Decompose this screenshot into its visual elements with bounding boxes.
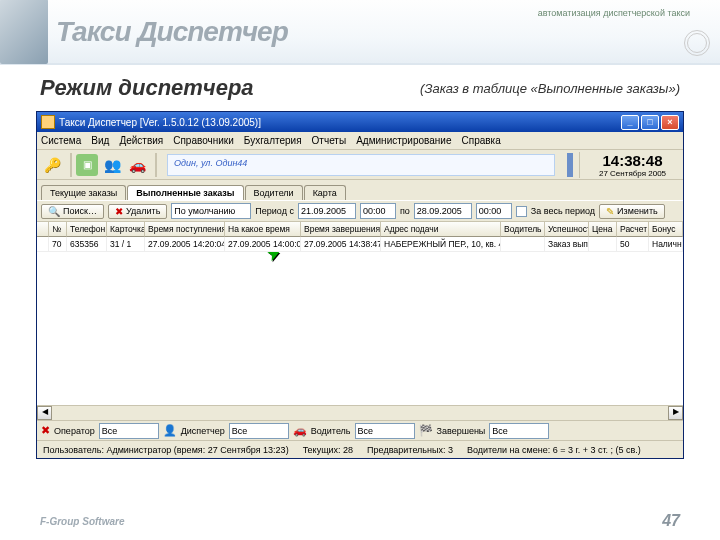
driver-select[interactable] [355,423,415,439]
search-button[interactable]: 🔍Поиск… [41,204,104,219]
flag-icon: 🏁 [419,424,433,437]
menu-system[interactable]: Система [41,135,81,146]
slide-banner: Такси Диспетчер автоматизация диспетчерс… [0,0,720,65]
done-label: Завершены [437,426,486,436]
date-to-input[interactable] [414,203,472,219]
user-icon: 👤 [163,424,177,437]
menu-help[interactable]: Справка [462,135,501,146]
operator-photo [0,0,48,64]
scroll-left-icon[interactable]: ◀ [37,406,52,420]
col-phone[interactable]: Телефон [67,222,107,237]
cross-icon[interactable]: ✖ [41,424,50,437]
filter-bottom-bar: ✖ Оператор 👤 Диспетчер 🚗 Водитель 🏁 Заве… [37,420,683,440]
orders-grid: № Телефон Карточка Время поступления На … [37,222,683,420]
key-icon[interactable]: 🔑 [41,154,63,176]
done-select[interactable] [489,423,549,439]
menu-admin[interactable]: Администрирование [356,135,451,146]
scroll-right-icon[interactable]: ▶ [668,406,683,420]
clock-time: 14:38:48 [586,152,679,169]
status-pre: Предварительных: 3 [367,445,453,455]
horizontal-scrollbar[interactable]: ◀ ▶ [37,405,683,420]
decor-circle-icon [684,30,710,56]
pencil-icon: ✎ [606,206,614,217]
table-row[interactable]: 70 635356 31 / 1 27.09.2005 14:20:04 27.… [37,237,683,252]
grid-header: № Телефон Карточка Время поступления На … [37,222,683,237]
tab-completed-orders[interactable]: Выполненные заказы [127,185,243,200]
status-current: Текущих: 28 [303,445,353,455]
col-time-received[interactable]: Время поступления [145,222,225,237]
close-button[interactable]: × [661,115,679,130]
menu-bar: Система Вид Действия Справочники Бухгалт… [37,132,683,150]
minimize-button[interactable]: _ [621,115,639,130]
operator-select[interactable] [99,423,159,439]
col-bonus[interactable]: Бонус [649,222,683,237]
period-label: Период с [255,206,294,216]
product-tagline: автоматизация диспетчерской такси [538,8,690,18]
col-time-for[interactable]: На какое время [225,222,301,237]
tab-current-orders[interactable]: Текущие заказы [41,185,126,200]
time-from-input[interactable] [360,203,396,219]
delete-button[interactable]: ✖Удалить [108,204,167,219]
change-button[interactable]: ✎Изменить [599,204,665,219]
delete-icon: ✖ [115,206,123,217]
status-user: Пользователь: Администратор (время: 27 С… [43,445,289,455]
dispatcher-select[interactable] [229,423,289,439]
driver-label: Водитель [311,426,351,436]
app-icon [41,115,55,129]
menu-view[interactable]: Вид [91,135,109,146]
col-time-done[interactable]: Время завершения [301,222,381,237]
maximize-button[interactable]: □ [641,115,659,130]
slide-title: Режим диспетчера [40,75,254,101]
menu-reports[interactable]: Отчеты [312,135,347,146]
slide-footer: F-Group Software 47 [40,512,680,530]
main-toolbar: 🔑 ▣ 👥 🚗 Один, ул. Один44 14:38:48 27 Сен… [37,150,683,180]
col-driver[interactable]: Водитель [501,222,545,237]
col-success[interactable]: Успешность [545,222,589,237]
car-icon[interactable]: 🚗 [126,154,148,176]
date-from-input[interactable] [298,203,356,219]
slide-note: (Заказ в таблице «Выполненные заказы») [420,81,680,96]
menu-actions[interactable]: Действия [119,135,163,146]
menu-accounting[interactable]: Бухгалтерия [244,135,302,146]
slide-heading: Режим диспетчера (Заказ в таблице «Выпол… [0,65,720,107]
window-icon[interactable]: ▣ [76,154,98,176]
level-indicator-icon [567,153,573,177]
tab-drivers[interactable]: Водители [245,185,303,200]
car2-icon: 🚗 [293,424,307,437]
to-label: по [400,206,410,216]
col-calc[interactable]: Расчет [617,222,649,237]
col-card[interactable]: Карточка [107,222,145,237]
filter-toolbar: 🔍Поиск… ✖Удалить Период с по За весь пер… [37,200,683,222]
app-window: Такси Диспетчер [Ver. 1.5.0.12 (13.09.20… [36,111,684,459]
clock-date: 27 Сентября 2005 [586,169,679,178]
dispatcher-label: Диспетчер [181,426,225,436]
allperiod-checkbox[interactable] [516,206,527,217]
col-number[interactable]: № [49,222,67,237]
col-price[interactable]: Цена [589,222,617,237]
address-field[interactable]: Один, ул. Один44 [167,154,555,176]
col-marker[interactable] [37,222,49,237]
footer-brand: F-Group Software [40,516,124,527]
search-icon: 🔍 [48,206,60,217]
window-titlebar[interactable]: Такси Диспетчер [Ver. 1.5.0.12 (13.09.20… [37,112,683,132]
status-bar: Пользователь: Администратор (время: 27 С… [37,440,683,458]
clock-panel: 14:38:48 27 Сентября 2005 [579,152,679,178]
menu-refs[interactable]: Справочники [173,135,234,146]
page-number: 47 [662,512,680,530]
status-drivers: Водители на смене: 6 = 3 г. + 3 ст. ; (5… [467,445,641,455]
allperiod-label: За весь период [531,206,595,216]
col-address[interactable]: Адрес подачи [381,222,501,237]
people-icon[interactable]: 👥 [101,154,123,176]
product-logo: Такси Диспетчер [56,16,288,48]
window-title: Такси Диспетчер [Ver. 1.5.0.12 (13.09.20… [59,117,261,128]
preset-select[interactable] [171,203,251,219]
grid-body[interactable]: 70 635356 31 / 1 27.09.2005 14:20:04 27.… [37,237,683,405]
operator-label: Оператор [54,426,95,436]
tab-map[interactable]: Карта [304,185,346,200]
time-to-input[interactable] [476,203,512,219]
view-tabs: Текущие заказы Выполненные заказы Водите… [37,180,683,200]
